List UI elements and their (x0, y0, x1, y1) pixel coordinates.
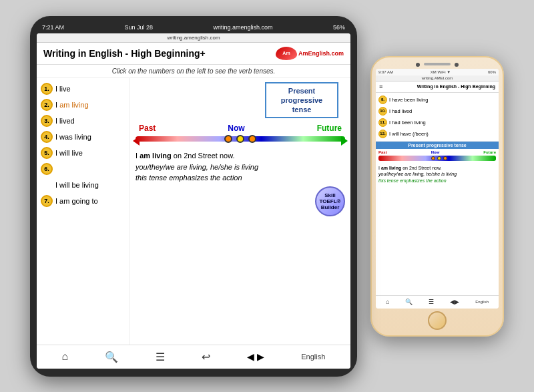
logo-icon: Am (276, 47, 297, 60)
phone-dot-3 (443, 156, 447, 160)
timeline-labels: Past Now Future (136, 124, 345, 133)
instruction-bar: Click on the numbers on the left to see … (37, 65, 350, 78)
phone-tense-box: Present progressive tense (376, 142, 499, 149)
list-item[interactable]: 4. I was living (37, 129, 129, 145)
phone-time: 9:07 AM (378, 70, 393, 74)
tablet-url-bar: writing.amenglish.com (37, 33, 350, 43)
phone-battery: 60% (488, 70, 496, 74)
toefl-badge: Skill TOEFL® Builder (315, 186, 345, 216)
phone-dot-1 (431, 156, 435, 160)
phone-now-label: Now (431, 150, 440, 154)
list-item[interactable]: 3. I lived (37, 113, 129, 129)
verb-number: 12. (378, 130, 387, 138)
verb-number: 5. (41, 147, 53, 159)
camera-icon (416, 63, 420, 67)
list-item[interactable]: 5. I will live (37, 145, 129, 161)
list-item[interactable]: 2. I am living (37, 97, 129, 113)
tablet-device: 7:21 AM Sun Jul 28 writing.amenglish.com… (30, 16, 357, 377)
example-conjugations: you/they/we are living, he/she is living (136, 162, 345, 173)
phone-home-button[interactable] (428, 311, 447, 330)
example-text: I am living on 2nd Street now. you/they/… (136, 150, 345, 184)
return-icon[interactable]: ↩ (202, 351, 210, 363)
list-item[interactable]: 11. I had been living (376, 117, 499, 128)
list-icon[interactable]: ☰ (156, 351, 165, 363)
verb-text: I was living (55, 133, 91, 141)
verb-number: 7. (41, 195, 53, 207)
arrow-right-icon (341, 136, 348, 146)
dot-3 (248, 135, 256, 143)
phone-dots (431, 156, 447, 160)
past-label: Past (139, 124, 156, 133)
phone-tl-labels: Past Now Future (378, 150, 496, 154)
verb-number: 11. (378, 118, 387, 127)
verb-text: I live (55, 85, 71, 93)
tablet-battery: 56% (333, 24, 345, 31)
timeline-bar (136, 134, 345, 144)
phone-wifi: XM WiFi ▼ (431, 70, 451, 74)
list-item[interactable]: 1. I live (37, 81, 129, 97)
tablet-screen: writing.amenglish.com Writing in English… (37, 33, 350, 369)
sensor-icon (455, 63, 459, 67)
phone-verb-list: 9. I have been living 10. I had lived 11… (376, 93, 499, 142)
phone-nav-bar: ⌂ 🔍 ☰ ◀▶ English (376, 295, 499, 309)
list-item[interactable]: 6. (37, 161, 129, 177)
home-icon[interactable]: ⌂ (62, 351, 69, 363)
list-item[interactable]: 6. I will be living (37, 177, 129, 193)
phone-conjugations: you/they/we are living, he/she is living (378, 171, 496, 178)
example-sentence: I am living on 2nd Street now. (136, 150, 345, 162)
phone-timeline: Past Now Future (376, 149, 499, 164)
verb-text: I had been living (389, 120, 426, 126)
tablet-nav-bar: ⌂ 🔍 ☰ ↩ ◀ ▶ English (37, 345, 350, 369)
dot-2 (236, 135, 244, 143)
tense-box: Present progressive tense (265, 82, 338, 119)
phone-nav-arrows[interactable]: ◀▶ (450, 299, 459, 305)
right-panel: Present progressive tense Past Now Futur… (130, 78, 350, 345)
phone-list-icon[interactable]: ☰ (429, 299, 434, 305)
phone-example-sentence: I am living on 2nd Street now. (378, 165, 496, 172)
list-item[interactable]: 7. I am going to (37, 193, 129, 209)
verb-text: I have been living (389, 97, 428, 103)
tablet-content: Click on the numbers on the left to see … (37, 65, 350, 345)
next-icon[interactable]: ▶ (257, 351, 264, 362)
dot-1 (224, 135, 232, 143)
phone-past-label: Past (378, 150, 387, 154)
phone-content: 9. I have been living 10. I had lived 11… (376, 93, 499, 295)
list-item[interactable]: 10. I had lived (376, 106, 499, 117)
search-icon[interactable]: 🔍 (105, 351, 118, 363)
example-emphasis: this tense emphasizes the action (136, 172, 345, 184)
list-item[interactable]: 12. I will have (/been) (376, 128, 499, 140)
amenglish-logo: Am AmEnglish.com (276, 47, 344, 60)
phone-emphasis: this tense emphasizes the action (378, 178, 496, 184)
verb-number: 4. (41, 131, 53, 143)
phone-title: Writing in English - High Beginning (417, 84, 495, 89)
phone-top (376, 63, 499, 67)
phone-bottom (376, 311, 499, 330)
phone-screen: 9:07 AM XM WiFi ▼ 60% writing.AMEI.com ≡… (376, 69, 499, 309)
phone-search-icon[interactable]: 🔍 (405, 299, 413, 305)
tablet-status-bar: 7:21 AM Sun Jul 28 writing.amenglish.com… (37, 24, 350, 33)
toefl-line2: Builder (321, 204, 340, 210)
list-item[interactable]: 9. I have been living (376, 94, 499, 106)
verb-text: I am going to (55, 197, 98, 205)
future-label: Future (317, 124, 342, 133)
verb-text: I will be living (55, 181, 99, 189)
timeline: Past Now Future (136, 121, 345, 148)
verb-text: I am living (55, 101, 89, 109)
phone-lang[interactable]: English (475, 300, 489, 304)
phone-menu-icon[interactable]: ≡ (379, 83, 382, 90)
language-selector[interactable]: English (301, 353, 325, 361)
tablet-title: Writing in English - High Beginning+ (43, 48, 206, 59)
verb-number: 3. (41, 115, 53, 127)
phone-status-bar: 9:07 AM XM WiFi ▼ 60% (376, 69, 499, 75)
prev-icon[interactable]: ◀ (247, 351, 254, 362)
phone-dot-2 (437, 156, 441, 160)
verb-number: 1. (41, 83, 53, 95)
phone-future-label: Future (483, 150, 496, 154)
verb-number: 10. (378, 107, 387, 116)
phone-home-icon[interactable]: ⌂ (386, 299, 389, 305)
timeline-dots (224, 135, 256, 143)
phone-device: 9:07 AM XM WiFi ▼ 60% writing.AMEI.com ≡… (370, 56, 504, 337)
main-area: 1. I live 2. I am living 3. I lived 4. I… (37, 78, 350, 345)
toefl-line3: TOEFL® (320, 198, 341, 204)
tablet-date: Sun Jul 28 (124, 24, 153, 31)
